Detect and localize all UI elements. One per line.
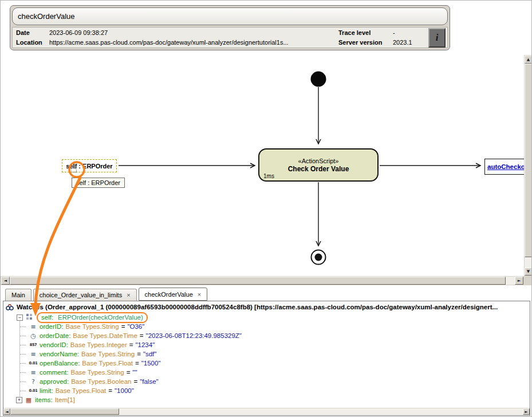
- float-icon: 0.01: [29, 388, 38, 393]
- datetime-icon: ◷: [29, 332, 38, 340]
- watches-panel: Watches (Order_approval_1 (000000089af65…: [3, 301, 530, 416]
- date-label: Date: [16, 29, 49, 36]
- watch-value: "sdf": [143, 351, 157, 357]
- watches-tree: − self: ERPOrder(checkOrderValue) ≡ ord: [3, 312, 530, 404]
- watch-name: comment:: [40, 369, 69, 376]
- watches-title: Watches (Order_approval_1 (000000089af65…: [17, 304, 498, 310]
- watch-name: limit:: [40, 387, 53, 394]
- vertical-scroll-thumb[interactable]: [525, 64, 532, 257]
- watch-row-items[interactable]: + ▦ items: Item[1]: [3, 395, 530, 404]
- watch-value: "false": [140, 378, 158, 385]
- scroll-down-button[interactable]: ▼: [525, 267, 532, 276]
- string-icon: ≡: [29, 323, 38, 331]
- initial-node[interactable]: [311, 72, 326, 87]
- trace-info-panel: Date 2023-06-09 09:38:27 Trace level - L…: [12, 27, 448, 48]
- diagram-horizontal-scrollbar[interactable]: ◄ ►: [1, 276, 524, 285]
- watch-row-orderid[interactable]: ≡ orderID: Base Types.String = "O36": [3, 322, 530, 331]
- boolean-icon: ?: [29, 378, 38, 385]
- activity-stereotype: «ActionScript»: [298, 158, 339, 164]
- date-value: 2023-06-09 09:38:27: [49, 29, 338, 36]
- watch-value: "2023-06-08T12:23:49.985329Z": [146, 332, 242, 339]
- equals-sign: =: [129, 341, 133, 348]
- float-icon: 0.01: [29, 361, 38, 365]
- next-activity-link-box[interactable]: autoCheckou: [484, 159, 525, 175]
- expand-items-icon[interactable]: +: [16, 397, 22, 403]
- watch-type: Base Types.String: [66, 323, 119, 330]
- watch-name: approved:: [40, 378, 69, 385]
- object-node-tooltip: self : ERPOrder: [72, 178, 125, 188]
- watch-type: ERPOrder(checkOrderValue): [58, 314, 143, 321]
- watch-value: "1000": [115, 387, 134, 394]
- watch-row-approved[interactable]: ? approved: Base Types.Boolean = "false": [3, 377, 530, 386]
- tab-bar: Main choice_Order_value_in_limits × chec…: [1, 285, 532, 301]
- scroll-right-button[interactable]: ►: [523, 408, 530, 415]
- server-version-label: Server version: [338, 39, 393, 46]
- trace-header-panel: checkOrderValue Date 2023-06-09 09:38:27…: [10, 5, 450, 50]
- tab-label: checkOrderValue: [145, 291, 193, 298]
- scroll-left-button[interactable]: ◄: [1, 277, 10, 285]
- tab-label: choice_Order_value_in_limits: [40, 292, 122, 298]
- activity-duration: 1ms: [263, 173, 274, 179]
- watch-row-vendorid[interactable]: 857 vendorID: Base Types.Integer = "1234…: [3, 340, 530, 349]
- activity-name: Check Order Value: [288, 165, 349, 173]
- watch-row-comment[interactable]: ≡ comment: Base Types.String = "": [3, 368, 530, 377]
- auto-checkout-link[interactable]: autoCheckou: [487, 163, 525, 170]
- server-version-value: 2023.1: [393, 39, 424, 46]
- watches-icon: [6, 303, 14, 311]
- watch-name: orderDate:: [40, 332, 70, 339]
- watch-type: Base Types.Boolean: [71, 378, 131, 385]
- watch-value: "1500": [141, 360, 161, 367]
- xuml-analyzer-window: «ActionScript» Check Order Value 1ms sel…: [0, 0, 532, 417]
- watch-row-orderdate[interactable]: ◷ orderDate: Base Types.DateTime = "2023…: [3, 331, 530, 340]
- tab-choice-order-value-in-limits[interactable]: choice_Order_value_in_limits ×: [33, 289, 137, 301]
- horizontal-scroll-thumb[interactable]: [10, 277, 506, 285]
- equals-sign: =: [140, 332, 144, 339]
- tab-checkordervalue[interactable]: checkOrderValue ×: [139, 288, 208, 301]
- tab-main[interactable]: Main: [5, 289, 31, 301]
- trace-title: checkOrderValue: [12, 7, 448, 25]
- location-label: Location: [16, 39, 49, 46]
- watch-type: Base Types.String: [71, 369, 124, 376]
- equals-sign: =: [135, 360, 139, 367]
- watch-name: items:: [35, 396, 53, 403]
- scrollbar-corner: [524, 276, 532, 285]
- string-icon: ≡: [29, 351, 38, 358]
- watch-row-openbalance[interactable]: 0.01 openBalance: Base Types.Float = "15…: [3, 359, 530, 368]
- diagram-vertical-scrollbar[interactable]: ▲ ▼: [524, 55, 532, 276]
- watch-type: Base Types.DateTime: [73, 332, 137, 339]
- watch-value: "": [132, 369, 137, 376]
- scroll-up-button[interactable]: ▲: [525, 56, 532, 64]
- watch-value: "O36": [127, 323, 144, 330]
- watches-horizontal-scrollbar[interactable]: ◄ ►: [3, 408, 530, 415]
- close-tab-icon[interactable]: ×: [198, 291, 201, 298]
- equals-sign: =: [108, 387, 112, 394]
- trace-level-value: -: [393, 29, 424, 36]
- close-tab-icon[interactable]: ×: [127, 292, 130, 298]
- final-node-dot: [315, 254, 322, 261]
- collapse-self-icon[interactable]: −: [17, 314, 23, 321]
- equals-sign: =: [127, 369, 131, 376]
- trace-level-label: Trace level: [338, 29, 393, 36]
- watches-scroll-thumb[interactable]: [10, 408, 119, 415]
- hand-cursor-icon: ☝: [70, 162, 77, 175]
- watch-type: Base Types.Float: [82, 360, 133, 367]
- watches-header: Watches (Order_approval_1 (000000089af65…: [3, 301, 530, 312]
- watch-name: openBalance:: [40, 360, 80, 367]
- watch-type: Base Types.Float: [56, 387, 107, 394]
- watch-row-limit[interactable]: 0.01 limit: Base Types.Float = "1000": [3, 386, 530, 395]
- watch-name: vendorID:: [40, 341, 68, 348]
- watch-row-self[interactable]: − self: ERPOrder(checkOrderValue): [3, 313, 530, 322]
- activity-node-check-order-value[interactable]: «ActionScript» Check Order Value 1ms: [258, 148, 379, 182]
- watch-type: Base Types.Integer: [70, 341, 127, 348]
- annotation-highlight-box: self: ERPOrder(checkOrderValue): [37, 312, 148, 323]
- info-button[interactable]: i: [428, 28, 446, 48]
- watch-row-vendorname[interactable]: ≡ vendorName: Base Types.String = "sdf": [3, 349, 530, 359]
- scroll-right-button[interactable]: ►: [515, 277, 523, 285]
- equals-sign: =: [121, 323, 125, 330]
- watch-value: "1234": [135, 341, 155, 348]
- equals-sign: =: [133, 378, 137, 385]
- equals-sign: =: [137, 351, 141, 357]
- scroll-left-button[interactable]: ◄: [3, 408, 10, 415]
- collection-icon: ▦: [24, 396, 33, 404]
- tab-label: Main: [11, 292, 25, 298]
